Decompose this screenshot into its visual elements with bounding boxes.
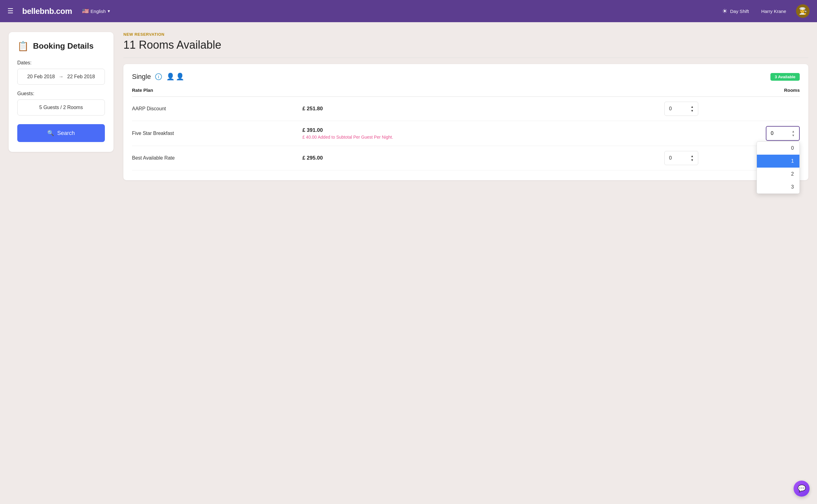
room-card: Single i 👤 👤 3 Available Rate Plan Rooms: [123, 64, 808, 180]
dropdown-option-2[interactable]: 2: [757, 168, 799, 181]
dropdown-container: 0 ▲ ▼ 0 1 2 3: [766, 126, 800, 141]
spinner-value-1: 0: [771, 131, 774, 136]
search-button-label: Search: [57, 130, 75, 136]
language-selector[interactable]: 🇺🇸 English ▾: [82, 8, 110, 14]
menu-icon[interactable]: ☰: [7, 7, 14, 15]
available-badge: 3 Available: [770, 73, 800, 81]
rate-price-0: £ 251.80: [302, 106, 664, 112]
room-type-name: Single: [132, 73, 151, 81]
dates-label: Dates:: [17, 60, 105, 66]
user-name: Harry Krane: [761, 9, 786, 14]
booking-panel-title: Booking Details: [33, 41, 93, 51]
booking-panel-header: 📋 Booking Details: [17, 41, 105, 51]
avatar-emoji: 👨‍🍳: [799, 7, 807, 15]
booking-icon: 📋: [17, 41, 29, 51]
rate-table: Rate Plan Rooms AARP Discount £ 251.80: [132, 87, 800, 170]
room-type-row: Single i 👤 👤 3 Available: [132, 73, 800, 81]
guest-icon-2: 👤: [176, 73, 184, 81]
guest-icon-1: 👤: [166, 73, 174, 81]
main-content: 📋 Booking Details Dates: 20 Feb 2018 → 2…: [0, 22, 817, 190]
rate-name-0: AARP Discount: [132, 97, 302, 121]
rate-price-2: £ 295.00: [302, 155, 664, 161]
table-row: Five Star Breakfast £ 391.00 £ 40.00 Add…: [132, 121, 800, 146]
rooms-spinner-2[interactable]: 0 ▲ ▼: [664, 151, 698, 165]
rooms-spinner-0[interactable]: 0 ▲ ▼: [664, 102, 698, 116]
date-from: 20 Feb 2018: [27, 74, 55, 79]
language-label: English: [91, 9, 106, 14]
chat-icon: 💬: [798, 485, 806, 493]
dropdown-list: 0 1 2 3: [757, 141, 800, 194]
rate-extra-1: £ 40.00 Added to Subtotal Per Guest Per …: [302, 135, 664, 140]
rooms-available-title: 11 Rooms Available: [123, 39, 808, 51]
booking-panel: 📋 Booking Details Dates: 20 Feb 2018 → 2…: [9, 32, 113, 152]
dropdown-option-1[interactable]: 1: [757, 155, 799, 168]
dropdown-option-3[interactable]: 3: [757, 181, 799, 193]
chat-button[interactable]: 💬: [794, 481, 810, 497]
rate-name-1: Five Star Breakfast: [132, 121, 302, 146]
rate-price-1: £ 391.00: [302, 127, 664, 133]
header: ☰ bellebnb.com 🇺🇸 English ▾ ☀ Day Shift …: [0, 0, 817, 22]
rooms-cell-0: 0 ▲ ▼: [664, 97, 800, 121]
search-icon: 🔍: [47, 130, 54, 136]
spinner-value-2: 0: [669, 155, 672, 161]
rooms-cell-1: 0 ▲ ▼ 0 1 2 3: [664, 121, 800, 146]
rooms-spinner-1[interactable]: 0 ▲ ▼: [766, 126, 800, 141]
arrow-icon: →: [59, 74, 63, 79]
date-to: 22 Feb 2018: [67, 74, 95, 79]
guests-input[interactable]: 5 Guests / 2 Rooms: [17, 100, 105, 116]
spinner-arrows-2: ▲ ▼: [691, 154, 694, 162]
shift-indicator[interactable]: ☀ Day Shift: [722, 7, 749, 15]
table-row: AARP Discount £ 251.80 0 ▲ ▼: [132, 97, 800, 121]
logo: bellebnb.com: [22, 6, 72, 16]
right-panel: NEW RESERVATION 11 Rooms Available Singl…: [123, 32, 808, 180]
col-rooms: Rooms: [664, 87, 800, 97]
new-reservation-label: NEW RESERVATION: [123, 32, 808, 37]
table-row: Best Available Rate £ 295.00 0 ▲ ▼: [132, 146, 800, 170]
rate-name-2: Best Available Rate: [132, 146, 302, 170]
shift-label: Day Shift: [730, 9, 749, 14]
chevron-down-icon: ▾: [108, 8, 110, 14]
guests-label: Guests:: [17, 91, 105, 96]
spinner-arrows-1: ▲ ▼: [792, 130, 795, 137]
flag-icon: 🇺🇸: [82, 8, 89, 14]
guest-icons: 👤 👤: [166, 73, 184, 81]
sun-icon: ☀: [722, 7, 728, 15]
date-range-input[interactable]: 20 Feb 2018 → 22 Feb 2018: [17, 69, 105, 85]
search-button[interactable]: 🔍 Search: [17, 124, 105, 142]
avatar[interactable]: 👨‍🍳: [796, 4, 810, 18]
info-icon[interactable]: i: [155, 73, 162, 80]
dropdown-option-0[interactable]: 0: [757, 142, 799, 155]
divider: [123, 58, 808, 58]
spinner-arrows-0: ▲ ▼: [691, 105, 694, 112]
col-rate-plan: Rate Plan: [132, 87, 302, 97]
spinner-value-0: 0: [669, 106, 672, 112]
